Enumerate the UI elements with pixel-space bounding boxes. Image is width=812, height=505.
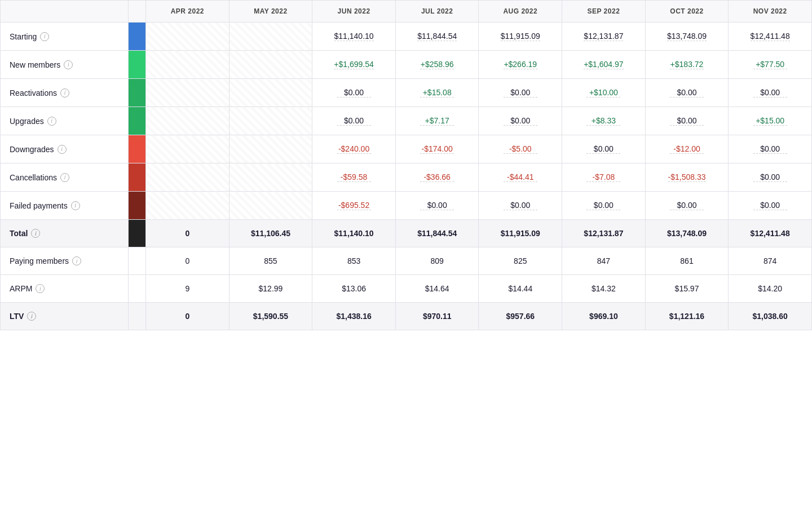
- cell-failed-payments-col6: $0.00: [645, 192, 729, 220]
- cell-reactivations-col6: $0.00: [645, 79, 729, 107]
- cell-paying-members-col7: 874: [729, 247, 812, 275]
- info-icon-reactivations[interactable]: i: [60, 88, 69, 98]
- info-icon-cancellations[interactable]: i: [60, 173, 69, 182]
- info-icon-upgrades[interactable]: i: [47, 117, 56, 126]
- cell-arpm-col5: $14.32: [562, 275, 646, 303]
- cell-ltv-col6: $1,121.16: [645, 303, 729, 330]
- cell-failed-payments-empty1: [229, 192, 312, 220]
- label-text-upgrades: Upgrades: [10, 117, 44, 126]
- cell-total-col1: $11,106.45: [229, 220, 312, 247]
- cell-arpm-col4: $14.44: [479, 275, 562, 303]
- label-text-failed-payments: Failed payments: [10, 201, 68, 210]
- cell-ltv-col2: $1,438.16: [312, 303, 396, 330]
- row-ltv: LTVi0$1,590.55$1,438.16$970.11$957.66$96…: [1, 303, 812, 330]
- label-text-ltv: LTV: [10, 312, 24, 321]
- info-icon-ltv[interactable]: i: [27, 312, 36, 321]
- row-reactivations: Reactivationsi$0.00+$15.08$0.00+$10.00$0…: [1, 79, 812, 107]
- cell-failed-payments-col7: $0.00: [729, 192, 812, 220]
- cell-total-col4: $11,915.09: [479, 220, 562, 247]
- cell-downgrades-col6: -$12.00: [645, 135, 729, 163]
- indicator-starting: [129, 23, 146, 51]
- cell-failed-payments-col3: $0.00: [395, 192, 479, 220]
- cell-cancellations-empty1: [229, 163, 312, 192]
- cell-new-members-empty0: [146, 51, 230, 79]
- cell-downgrades-col7: $0.00: [729, 135, 812, 163]
- col-header-jul: JUL 2022: [395, 1, 479, 23]
- label-new-members: New membersi: [1, 51, 129, 79]
- label-text-starting: Starting: [10, 32, 37, 41]
- info-icon-arpm[interactable]: i: [36, 284, 45, 293]
- label-text-paying-members: Paying members: [10, 256, 69, 265]
- cell-total-col6: $13,748.09: [645, 220, 729, 247]
- label-text-cancellations: Cancellations: [10, 173, 57, 182]
- cell-ltv-col3: $970.11: [395, 303, 479, 330]
- info-icon-downgrades[interactable]: i: [58, 145, 67, 154]
- label-text-arpm: ARPM: [10, 284, 32, 293]
- info-icon-total[interactable]: i: [31, 229, 40, 238]
- cell-upgrades-col7: +$15.00: [729, 107, 812, 135]
- cell-upgrades-col4: $0.00: [479, 107, 562, 135]
- col-header-apr: APR 2022: [146, 1, 230, 23]
- cell-starting-col3: $11,844.54: [395, 23, 479, 51]
- cell-total-col5: $12,131.87: [562, 220, 646, 247]
- cell-downgrades-col2: -$240.00: [312, 135, 396, 163]
- cell-reactivations-empty0: [146, 79, 230, 107]
- row-new-members: New membersi+$1,699.54+$258.96+$266.19+$…: [1, 51, 812, 79]
- cell-starting-empty0: [146, 23, 230, 51]
- label-cancellations: Cancellationsi: [1, 163, 129, 192]
- cell-cancellations-col4: -$44.41: [479, 163, 562, 192]
- cell-cancellations-col2: -$59.58: [312, 163, 396, 192]
- cell-downgrades-col3: -$174.00: [395, 135, 479, 163]
- indicator-paying-members: [129, 247, 146, 275]
- cell-reactivations-col2: $0.00: [312, 79, 396, 107]
- row-arpm: ARPMi9$12.99$13.06$14.64$14.44$14.32$15.…: [1, 275, 812, 303]
- cell-ltv-col1: $1,590.55: [229, 303, 312, 330]
- label-text-total: Total: [10, 229, 28, 238]
- cell-arpm-col7: $14.20: [729, 275, 812, 303]
- label-reactivations: Reactivationsi: [1, 79, 129, 107]
- cell-paying-members-col3: 809: [395, 247, 479, 275]
- indicator-cancellations: [129, 163, 146, 192]
- cell-arpm-partial: 9: [146, 275, 230, 303]
- cell-starting-col4: $11,915.09: [479, 23, 562, 51]
- info-icon-paying-members[interactable]: i: [72, 256, 81, 265]
- label-paying-members: Paying membersi: [1, 247, 129, 275]
- cell-ltv-col7: $1,038.60: [729, 303, 812, 330]
- label-ltv: LTVi: [1, 303, 129, 330]
- cell-downgrades-col5: $0.00: [562, 135, 646, 163]
- row-downgrades: Downgradesi-$240.00-$174.00-$5.00$0.00-$…: [1, 135, 812, 163]
- cell-arpm-col2: $13.06: [312, 275, 396, 303]
- cell-arpm-col1: $12.99: [229, 275, 312, 303]
- cell-reactivations-col3: +$15.08: [395, 79, 479, 107]
- cell-new-members-col3: +$258.96: [395, 51, 479, 79]
- indicator-upgrades: [129, 107, 146, 135]
- cell-ltv-partial: 0: [146, 303, 230, 330]
- label-total: Totali: [1, 220, 129, 247]
- cell-paying-members-col5: 847: [562, 247, 646, 275]
- cell-paying-members-partial: 0: [146, 247, 230, 275]
- info-icon-failed-payments[interactable]: i: [71, 201, 80, 210]
- cell-new-members-col7: +$77.50: [729, 51, 812, 79]
- label-text-new-members: New members: [10, 60, 60, 69]
- cell-upgrades-col6: $0.00: [645, 107, 729, 135]
- cell-downgrades-col4: -$5.00: [479, 135, 562, 163]
- info-icon-starting[interactable]: i: [40, 32, 49, 41]
- cell-total-col7: $12,411.48: [729, 220, 812, 247]
- mrr-table-wrapper: APR 2022 MAY 2022 JUN 2022 JUL 2022 AUG …: [0, 0, 812, 330]
- info-icon-new-members[interactable]: i: [64, 60, 73, 69]
- label-text-downgrades: Downgrades: [10, 145, 54, 154]
- label-arpm: ARPMi: [1, 275, 129, 303]
- cell-paying-members-col2: 853: [312, 247, 396, 275]
- row-upgrades: Upgradesi$0.00+$7.17$0.00+$8.33$0.00+$15…: [1, 107, 812, 135]
- indicator-downgrades: [129, 135, 146, 163]
- cell-upgrades-empty0: [146, 107, 230, 135]
- cell-starting-col6: $13,748.09: [645, 23, 729, 51]
- row-total: Totali0$11,106.45$11,140.10$11,844.54$11…: [1, 220, 812, 247]
- mrr-table: APR 2022 MAY 2022 JUN 2022 JUL 2022 AUG …: [0, 0, 812, 330]
- cell-total-col3: $11,844.54: [395, 220, 479, 247]
- col-header-oct: OCT 2022: [645, 1, 729, 23]
- cell-ltv-col4: $957.66: [479, 303, 562, 330]
- cell-upgrades-col5: +$8.33: [562, 107, 646, 135]
- cell-starting-col7: $12,411.48: [729, 23, 812, 51]
- cell-reactivations-empty1: [229, 79, 312, 107]
